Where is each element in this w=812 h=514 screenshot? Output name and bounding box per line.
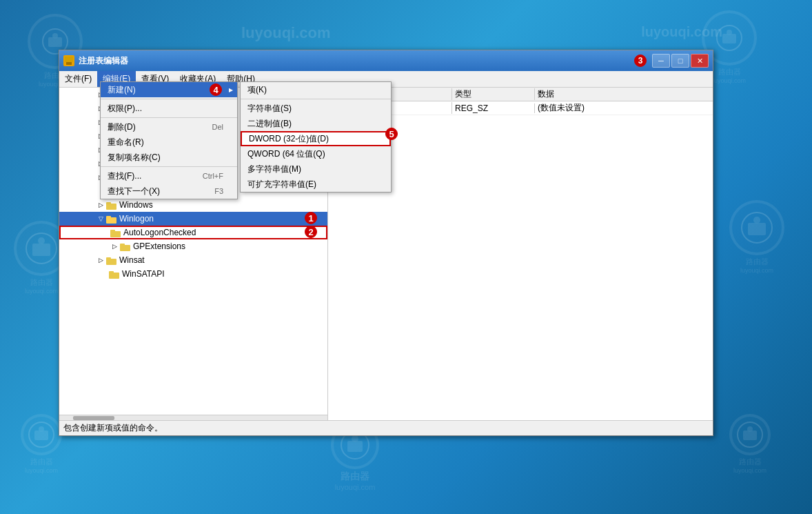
- submenu-dword[interactable]: DWORD (32-位)值(D): [241, 131, 391, 146]
- svg-point-9: [742, 212, 772, 243]
- watermark-br: 路由器 luyouqi.com: [729, 414, 771, 474]
- folder-icon-winsatapi: [109, 270, 120, 279]
- expand-gpextensions[interactable]: ▷: [109, 241, 120, 252]
- autologon-badge: 2: [305, 226, 317, 238]
- submenu-qword-label: QWORD (64 位值(Q): [247, 148, 325, 160]
- submenu-multistring[interactable]: 多字符串值(M): [241, 161, 391, 177]
- folder-icon-winlogon: [106, 215, 117, 224]
- svg-point-14: [39, 426, 44, 432]
- menu-find-shortcut: Ctrl+F: [189, 172, 223, 180]
- svg-rect-7: [32, 244, 50, 256]
- svg-rect-13: [34, 431, 48, 440]
- tree-label-autologonchecked: AutoLogonChecked: [123, 228, 196, 237]
- col-header-data: 数据: [535, 88, 713, 100]
- new-submenu-menu: 项(K) 字符串值(S) 二进制值(B) DWORD (32-位)值(D) 5 …: [240, 81, 392, 192]
- new-badge: 4: [210, 83, 222, 96]
- svg-rect-50: [109, 271, 114, 274]
- submenu-multistring-label: 多字符串值(M): [247, 164, 301, 175]
- row-type: REG_SZ: [452, 103, 535, 113]
- submenu-expandable[interactable]: 可扩充字符串值(E): [241, 177, 391, 192]
- svg-rect-19: [743, 431, 757, 440]
- submenu-expandable-label: 可扩充字符串值(E): [247, 179, 316, 190]
- svg-rect-48: [106, 257, 111, 260]
- title-bar: 注册表编辑器 3 ─ □ ✕: [59, 50, 713, 71]
- svg-point-8: [38, 237, 45, 244]
- menu-new-label: 新建(N): [108, 84, 136, 96]
- submenu-binary[interactable]: 二进制值(B): [241, 116, 391, 131]
- svg-rect-22: [66, 62, 72, 65]
- menu-findnext-shortcut: F3: [201, 187, 223, 195]
- minimize-button[interactable]: ─: [652, 54, 670, 68]
- svg-point-2: [52, 33, 58, 39]
- menu-find-label: 查找(F)...: [108, 170, 141, 182]
- tree-node-winsat[interactable]: ▷ Winsat: [59, 253, 327, 267]
- menu-delete-shortcut: Del: [198, 123, 223, 131]
- maximize-button[interactable]: □: [671, 54, 689, 68]
- submenu-sep1: [241, 99, 391, 99]
- sep2: [101, 117, 237, 118]
- expand-windows[interactable]: ▷: [95, 199, 106, 210]
- new-submenu: 项(K) 字符串值(S) 二进制值(B) DWORD (32-位)值(D) 5 …: [240, 81, 392, 192]
- close-button[interactable]: ✕: [691, 54, 709, 68]
- expand-winsat[interactable]: ▷: [95, 255, 106, 266]
- menu-rename[interactable]: 重命名(R): [101, 135, 237, 150]
- bg-text-tr: luyouqi.com: [641, 24, 722, 40]
- menu-find[interactable]: 查找(F)... Ctrl+F: [101, 168, 237, 184]
- svg-rect-42: [106, 216, 111, 219]
- col-header-type: 类型: [452, 88, 535, 100]
- tree-node-windows[interactable]: ▷ Windows: [59, 198, 327, 212]
- tree-node-autologonchecked[interactable]: AutoLogonChecked: [59, 226, 327, 239]
- menu-findnext[interactable]: 查找下一个(X) F3: [101, 184, 237, 199]
- tree-label-gpextensions: GPExtensions: [133, 241, 185, 251]
- svg-point-6: [26, 233, 57, 264]
- tree-label-winlogon: Winlogon: [119, 214, 154, 224]
- svg-point-18: [738, 422, 762, 447]
- submenu-binary-label: 二进制值(B): [247, 118, 292, 130]
- svg-rect-10: [748, 223, 766, 235]
- svg-rect-16: [347, 441, 363, 452]
- folder-icon-gpextensions: [120, 242, 131, 251]
- menu-copyname[interactable]: 复制项名称(C): [101, 150, 237, 165]
- submenu-key[interactable]: 项(K): [241, 82, 391, 97]
- status-bar: 包含创建新项或值的命令。: [59, 420, 713, 435]
- svg-rect-40: [106, 202, 111, 205]
- watermark-bl: 路由器 luyouqi.com: [21, 414, 62, 474]
- svg-rect-44: [110, 230, 115, 233]
- menu-findnext-label: 查找下一个(X): [108, 186, 160, 197]
- tree-node-winlogon[interactable]: ▽ Winlogon: [59, 212, 327, 226]
- winlogon-badge: 1: [305, 212, 317, 224]
- submenu-key-label: 项(K): [247, 84, 267, 96]
- svg-rect-4: [722, 34, 736, 43]
- svg-point-3: [717, 26, 742, 50]
- svg-rect-46: [120, 244, 125, 246]
- tree-scrollbar-h[interactable]: [59, 415, 327, 420]
- edit-dropdown-menu: 新建(N) 4 权限(P)... 删除(D) Del 重命名(R) 复制项名称(…: [100, 81, 238, 199]
- submenu-qword[interactable]: QWORD (64 位值(Q): [241, 146, 391, 161]
- svg-point-11: [753, 217, 760, 224]
- submenu-string[interactable]: 字符串值(S): [241, 101, 391, 116]
- tree-node-winsatapi[interactable]: WinSATAPI: [59, 267, 327, 281]
- bg-text-top: luyouqi.com: [241, 24, 331, 42]
- title-icon: [63, 55, 74, 66]
- submenu-string-label: 字符串值(S): [247, 103, 292, 115]
- sep1: [101, 99, 237, 99]
- menu-rename-label: 重命名(R): [108, 137, 144, 148]
- status-text: 包含创建新项或值的命令。: [63, 422, 163, 434]
- svg-point-12: [29, 422, 54, 447]
- expand-winlogon[interactable]: ▽: [95, 213, 106, 224]
- window-title: 注册表编辑器: [79, 55, 634, 67]
- menu-delete[interactable]: 删除(D) Del: [101, 119, 237, 135]
- menu-file[interactable]: 文件(F): [59, 71, 97, 87]
- menu-copyname-label: 复制项名称(C): [108, 152, 161, 164]
- menu-permissions[interactable]: 权限(P)...: [101, 101, 237, 116]
- svg-rect-21: [65, 57, 73, 62]
- svg-point-17: [352, 435, 358, 442]
- menu-delete-label: 删除(D): [108, 121, 136, 133]
- sep3: [101, 166, 237, 167]
- tree-label-winsat: Winsat: [119, 255, 145, 265]
- tree-node-gpextensions[interactable]: ▷ GPExtensions: [59, 239, 327, 253]
- submenu-dword-label: DWORD (32-位)值(D): [249, 133, 329, 145]
- folder-icon-winsat: [106, 256, 117, 265]
- dword-badge: 5: [385, 128, 398, 140]
- title-badge: 3: [634, 55, 647, 67]
